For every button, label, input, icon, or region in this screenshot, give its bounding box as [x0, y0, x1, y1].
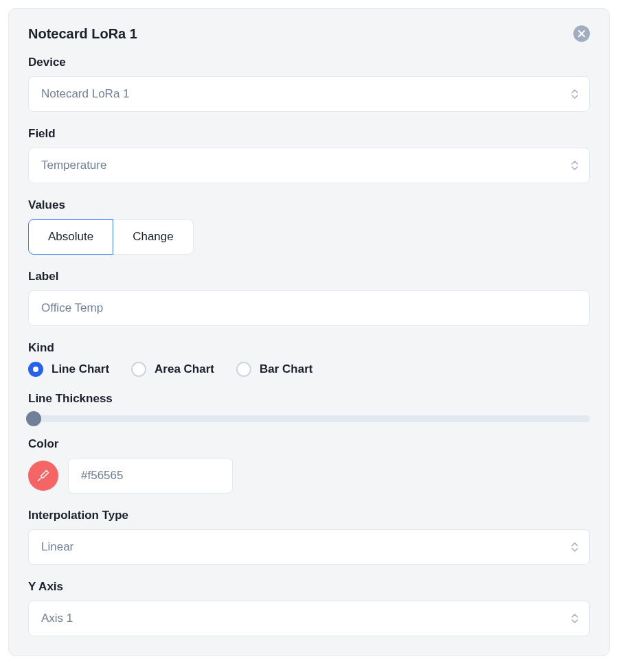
interpolation-select[interactable]: Linear: [28, 529, 590, 565]
chevron-updown-icon: [571, 542, 578, 552]
eyedropper-icon: [37, 470, 49, 482]
close-button[interactable]: [573, 25, 590, 42]
color-input[interactable]: [68, 458, 233, 494]
device-select[interactable]: Notecard LoRa 1: [28, 76, 590, 112]
device-label: Device: [28, 56, 590, 69]
color-label: Color: [28, 437, 590, 451]
slider-track: [28, 415, 590, 422]
values-group: Values Absolute Change: [28, 198, 590, 255]
kind-radio-row: Line Chart Area Chart Bar Chart: [28, 362, 590, 377]
field-select[interactable]: Temperature: [28, 148, 590, 183]
yaxis-select-value: Axis 1: [41, 612, 73, 625]
kind-group: Kind Line Chart Area Chart Bar Chart: [28, 341, 590, 377]
panel-title: Notecard LoRa 1: [28, 26, 137, 42]
thickness-label: Line Thickness: [28, 392, 590, 406]
field-select-value: Temperature: [41, 159, 106, 172]
values-segmented: Absolute Change: [28, 219, 590, 255]
kind-option-label: Line Chart: [52, 362, 109, 376]
yaxis-group: Y Axis Axis 1: [28, 580, 590, 636]
radio-icon: [131, 362, 146, 377]
kind-option-label: Bar Chart: [260, 362, 312, 376]
color-row: [28, 458, 590, 494]
radio-icon: [236, 362, 251, 377]
close-icon: [577, 30, 586, 38]
device-group: Device Notecard LoRa 1: [28, 56, 590, 112]
radio-icon: [28, 362, 43, 377]
values-option-absolute[interactable]: Absolute: [28, 219, 113, 255]
interpolation-label: Interpolation Type: [28, 509, 590, 522]
kind-option-label: Area Chart: [154, 362, 214, 376]
config-panel: Notecard LoRa 1 Device Notecard LoRa 1 F…: [8, 8, 610, 656]
thickness-slider[interactable]: [28, 413, 590, 422]
kind-option-line[interactable]: Line Chart: [28, 362, 109, 377]
chevron-updown-icon: [571, 614, 578, 623]
thickness-group: Line Thickness: [28, 392, 590, 422]
device-select-value: Notecard LoRa 1: [41, 87, 130, 101]
yaxis-select[interactable]: Axis 1: [28, 601, 590, 636]
label-label: Label: [28, 270, 590, 283]
kind-option-bar[interactable]: Bar Chart: [236, 362, 312, 377]
kind-option-area[interactable]: Area Chart: [131, 362, 214, 377]
slider-thumb[interactable]: [26, 411, 41, 426]
field-label: Field: [28, 127, 590, 141]
interpolation-group: Interpolation Type Linear: [28, 509, 590, 565]
yaxis-label: Y Axis: [28, 580, 590, 594]
label-input[interactable]: [28, 290, 590, 326]
interpolation-select-value: Linear: [41, 540, 73, 554]
field-group: Field Temperature: [28, 127, 590, 183]
chevron-updown-icon: [571, 161, 578, 170]
color-group: Color: [28, 437, 590, 494]
values-label: Values: [28, 198, 590, 212]
color-picker-button[interactable]: [28, 461, 58, 491]
values-option-change[interactable]: Change: [113, 219, 194, 255]
chevron-updown-icon: [571, 89, 578, 99]
kind-label: Kind: [28, 341, 590, 355]
panel-header: Notecard LoRa 1: [28, 25, 590, 42]
label-group: Label: [28, 270, 590, 326]
